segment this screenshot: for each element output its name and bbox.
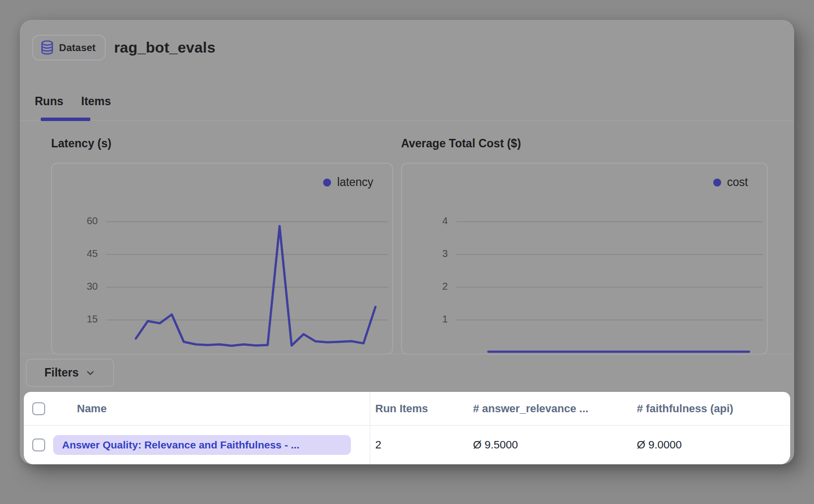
chevron-down-icon xyxy=(85,368,96,378)
dataset-badge: Dataset xyxy=(32,35,106,61)
row-checkbox-cell xyxy=(24,426,53,464)
tab-items[interactable]: Items xyxy=(81,95,111,120)
dataset-badge-label: Dataset xyxy=(59,42,96,54)
cost-chart-title: Average Total Cost ($) xyxy=(401,137,521,150)
row-name-cell: Answer Quality: Relevance and Faithfulne… xyxy=(53,426,370,464)
svg-text:2: 2 xyxy=(442,281,448,292)
filters-button[interactable]: Filters xyxy=(26,359,114,387)
chart-canvas: 15304560 xyxy=(52,164,392,354)
dataset-page-card: Dataset rag_bot_evals Runs Items Latency… xyxy=(20,20,794,464)
cost-legend[interactable]: cost xyxy=(713,176,748,189)
column-header-run-items[interactable]: Run Items xyxy=(370,392,473,426)
row-run-items-cell: 2 xyxy=(370,426,473,464)
column-header-name[interactable]: Name xyxy=(53,392,370,426)
row-faithfulness-cell: Ø 9.0000 xyxy=(637,426,790,464)
svg-text:45: 45 xyxy=(87,248,98,259)
run-name-link[interactable]: Answer Quality: Relevance and Faithfulne… xyxy=(53,435,351,455)
svg-text:3: 3 xyxy=(442,248,448,259)
filters-button-label: Filters xyxy=(44,366,78,379)
header-checkbox-cell xyxy=(24,392,53,426)
column-header-faithfulness[interactable]: # faithfulness (api) xyxy=(637,392,790,426)
select-all-checkbox[interactable] xyxy=(32,402,45,415)
svg-text:15: 15 xyxy=(87,314,98,324)
latency-legend[interactable]: latency xyxy=(323,176,373,189)
latency-chart-title: Latency (s) xyxy=(51,137,111,150)
tab-runs[interactable]: Runs xyxy=(35,95,64,120)
page-title: rag_bot_evals xyxy=(114,39,215,56)
legend-dot-icon xyxy=(323,179,331,187)
filters-bar: Filters xyxy=(20,354,794,392)
latency-chart-group: Latency (s) 15304560 latency xyxy=(51,121,393,374)
tab-bar: Runs Items xyxy=(20,72,794,121)
charts-section: Latency (s) 15304560 latency Average Tot… xyxy=(20,121,794,374)
svg-text:30: 30 xyxy=(87,281,98,292)
svg-text:1: 1 xyxy=(442,314,448,324)
database-icon xyxy=(40,40,54,55)
page-header: Dataset rag_bot_evals xyxy=(32,30,215,65)
cost-chart: 1234 cost xyxy=(401,163,768,355)
row-answer-relevance-cell: Ø 9.5000 xyxy=(473,426,637,464)
cost-chart-group: Average Total Cost ($) 1234 cost xyxy=(401,121,768,374)
chart-canvas: 1234 xyxy=(402,164,767,354)
latency-chart: 15304560 latency xyxy=(51,163,393,355)
svg-text:60: 60 xyxy=(87,215,98,226)
svg-text:4: 4 xyxy=(442,215,448,226)
row-checkbox[interactable] xyxy=(32,439,45,451)
column-header-answer-relevance[interactable]: # answer_relevance ... xyxy=(473,392,637,426)
legend-dot-icon xyxy=(713,179,721,187)
runs-table: Name Run Items # answer_relevance ... # … xyxy=(24,392,790,464)
legend-label: cost xyxy=(727,176,748,189)
legend-label: latency xyxy=(337,176,373,189)
